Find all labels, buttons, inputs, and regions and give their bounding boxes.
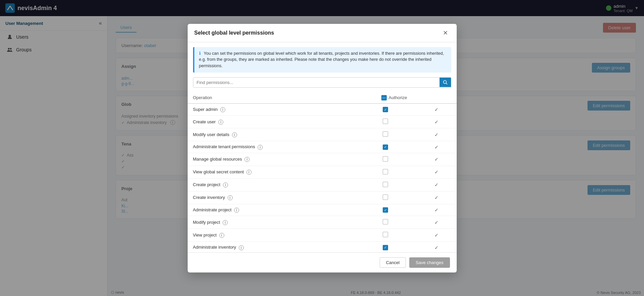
permission-authorized-8: ✓ [416, 204, 457, 216]
permission-checkbox-9[interactable] [383, 219, 388, 224]
permission-name-10: View project i [188, 229, 376, 242]
info-banner: ℹ You can set the permissions on global … [193, 47, 451, 73]
permission-info-icon-11[interactable]: i [239, 245, 244, 250]
table-row: Manage global resources i ✓ [188, 153, 457, 166]
permission-info-icon-9[interactable]: i [223, 220, 228, 225]
authorized-checkmark-5: ✓ [434, 169, 439, 175]
permission-info-icon-2[interactable]: i [232, 132, 237, 137]
permission-checkbox-5[interactable] [383, 169, 388, 174]
permission-name-1: Create user i [188, 116, 376, 128]
permission-name-6: Create project i [188, 178, 376, 191]
authorized-checkmark-11: ✓ [434, 245, 439, 250]
permission-info-icon-0[interactable]: i [220, 107, 225, 112]
permission-checkbox-cell-9[interactable] [376, 216, 416, 229]
authorized-checkmark-10: ✓ [434, 232, 439, 238]
save-changes-button[interactable]: Save changes [409, 257, 450, 268]
table-row: View project i ✓ [188, 229, 457, 242]
table-row: Create inventory i ✓ [188, 191, 457, 204]
info-banner-text: You can set the permissions on global le… [199, 51, 444, 69]
table-row: Administrate project i ✓ ✓ [188, 204, 457, 216]
permission-checkbox-cell-8[interactable]: ✓ [376, 204, 416, 216]
col-authorize-header: — Authorize [376, 92, 416, 103]
permission-info-icon-6[interactable]: i [223, 182, 228, 187]
permission-checkbox-6[interactable] [383, 182, 388, 187]
permission-name-7: Create inventory i [188, 191, 376, 204]
permission-info-icon-10[interactable]: i [219, 233, 224, 238]
permission-authorized-2: ✓ [416, 128, 457, 141]
authorized-checkmark-0: ✓ [434, 107, 439, 112]
table-row: Create user i ✓ [188, 116, 457, 128]
permission-name-4: Manage global resources i [188, 153, 376, 166]
authorized-checkmark-6: ✓ [434, 182, 439, 187]
permission-info-icon-8[interactable]: i [234, 208, 239, 213]
cancel-button[interactable]: Cancel [380, 257, 406, 268]
authorized-checkmark-1: ✓ [434, 119, 439, 125]
authorized-checkmark-4: ✓ [434, 157, 439, 162]
permission-checkbox-11[interactable]: ✓ [383, 245, 388, 250]
permission-info-icon-1[interactable]: i [218, 120, 223, 125]
permission-checkbox-8[interactable]: ✓ [383, 207, 388, 213]
permission-checkbox-0[interactable]: ✓ [383, 107, 388, 112]
table-row: Modify user details i ✓ [188, 128, 457, 141]
table-row: View global secret content i ✓ [188, 166, 457, 178]
table-row: Administrate inventory i ✓ ✓ [188, 242, 457, 252]
modal-body: ℹ You can set the permissions on global … [188, 42, 457, 252]
authorized-checkmark-7: ✓ [434, 195, 439, 200]
info-banner-icon: ℹ [199, 51, 201, 56]
permission-authorized-1: ✓ [416, 116, 457, 128]
permission-checkbox-cell-6[interactable] [376, 178, 416, 191]
table-header-row: Operation — Authorize [188, 92, 457, 103]
permission-authorized-4: ✓ [416, 153, 457, 166]
authorized-checkmark-2: ✓ [434, 132, 439, 137]
modal-footer: Cancel Save changes [188, 252, 457, 272]
permission-checkbox-cell-10[interactable] [376, 229, 416, 242]
permission-checkbox-cell-2[interactable] [376, 128, 416, 141]
permission-info-icon-5[interactable]: i [247, 170, 252, 175]
permission-checkbox-cell-3[interactable]: ✓ [376, 141, 416, 153]
svg-line-5 [446, 83, 447, 85]
authorized-checkmark-9: ✓ [434, 220, 439, 225]
modal-overlay: Select global level permissions ✕ ℹ You … [0, 0, 644, 296]
table-row: Super admin i ✓ ✓ [188, 103, 457, 116]
permission-name-3: Administrate tenant permissions i [188, 141, 376, 153]
permission-authorized-9: ✓ [416, 216, 457, 229]
search-input-wrap [193, 77, 451, 88]
authorized-checkmark-3: ✓ [434, 144, 439, 150]
permission-checkbox-cell-11[interactable]: ✓ [376, 242, 416, 252]
modal-close-button[interactable]: ✕ [441, 29, 450, 37]
search-input[interactable] [193, 78, 440, 87]
permission-name-0: Super admin i [188, 103, 376, 116]
permission-info-icon-7[interactable]: i [228, 195, 233, 200]
permission-authorized-7: ✓ [416, 191, 457, 204]
permission-info-icon-3[interactable]: i [258, 145, 263, 150]
permission-checkbox-10[interactable] [383, 232, 388, 237]
permission-checkbox-2[interactable] [383, 131, 388, 137]
permission-checkbox-1[interactable] [383, 119, 388, 124]
permission-checkbox-cell-7[interactable] [376, 191, 416, 204]
permission-name-8: Administrate project i [188, 204, 376, 216]
permission-info-icon-4[interactable]: i [244, 157, 250, 162]
table-row: Modify project i ✓ [188, 216, 457, 229]
permission-checkbox-cell-5[interactable] [376, 166, 416, 178]
search-icon [443, 80, 448, 85]
permission-checkbox-cell-1[interactable] [376, 116, 416, 128]
permissions-table: Operation — Authorize Super admin [188, 92, 457, 252]
permission-checkbox-7[interactable] [383, 195, 388, 200]
search-button[interactable] [440, 78, 451, 87]
table-row: Create project i ✓ [188, 178, 457, 191]
permission-checkbox-4[interactable] [383, 156, 388, 162]
permission-checkbox-cell-0[interactable]: ✓ [376, 103, 416, 116]
svg-point-4 [443, 81, 446, 84]
permission-checkbox-3[interactable]: ✓ [383, 144, 388, 150]
permission-authorized-6: ✓ [416, 178, 457, 191]
search-bar [188, 77, 457, 92]
authorize-all-checkbox[interactable]: — [381, 95, 387, 100]
permission-authorized-10: ✓ [416, 229, 457, 242]
table-row: Administrate tenant permissions i ✓ ✓ [188, 141, 457, 153]
modal-header: Select global level permissions ✕ [188, 24, 457, 42]
modal-title: Select global level permissions [194, 30, 274, 36]
authorized-checkmark-8: ✓ [434, 207, 439, 213]
permissions-modal: Select global level permissions ✕ ℹ You … [188, 24, 457, 272]
permission-name-2: Modify user details i [188, 128, 376, 141]
permission-checkbox-cell-4[interactable] [376, 153, 416, 166]
